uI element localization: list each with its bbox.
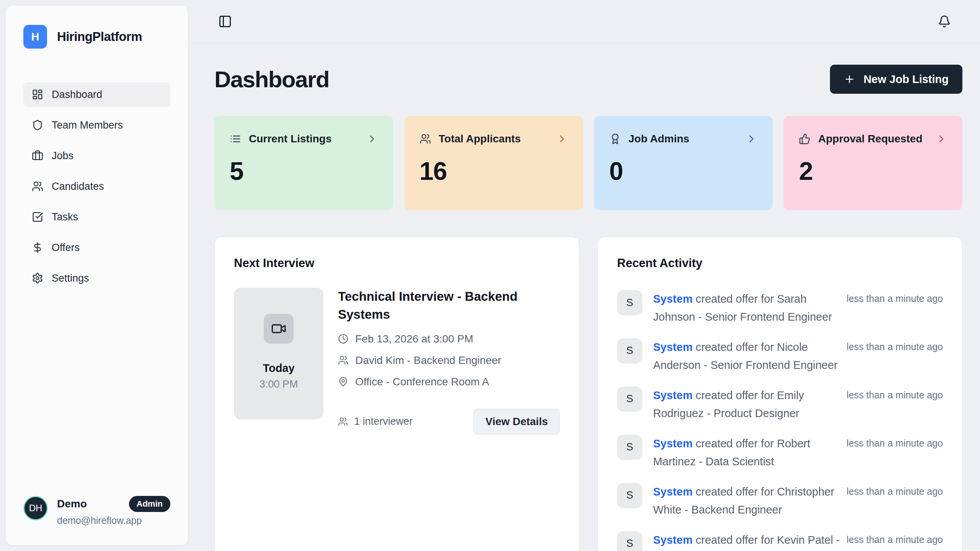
award-icon (609, 133, 621, 145)
stat-card-job-admins[interactable]: Job Admins 0 (594, 116, 773, 210)
sidebar-nav: Dashboard Team Members Jobs Candidates T… (23, 82, 170, 290)
activity-actor-link[interactable]: System (653, 437, 693, 450)
activity-timestamp: less than a minute ago (846, 531, 943, 545)
brand-logo: H (23, 25, 47, 49)
activity-item: S System created offer for Kevin Patel -… (617, 531, 943, 551)
sidebar-toggle-button[interactable] (216, 12, 234, 31)
new-job-listing-button[interactable]: New Job Listing (830, 65, 962, 94)
check-square-icon (32, 211, 43, 223)
map-pin-icon (338, 377, 348, 387)
sidebar-item-label: Team Members (52, 119, 123, 131)
video-icon (264, 314, 294, 344)
sidebar-item-settings[interactable]: Settings (23, 266, 170, 290)
sidebar-item-candidates[interactable]: Candidates (23, 174, 170, 199)
activity-timestamp: less than a minute ago (846, 435, 943, 449)
chevron-right-icon (936, 133, 947, 145)
sidebar-item-label: Offers (52, 242, 80, 254)
stat-card-total-applicants[interactable]: Total Applicants 16 (404, 116, 583, 210)
activity-timestamp: less than a minute ago (846, 386, 943, 401)
thumbs-up-icon (799, 133, 810, 145)
avatar: DH (23, 496, 48, 520)
stats-row: Current Listings 5 Total Applicants 16 (214, 116, 962, 210)
recent-activity-heading: Recent Activity (617, 256, 943, 270)
next-interview-card: Next Interview Today 3:00 PM Technical I… (214, 237, 579, 551)
brand-name: HiringPlatform (57, 29, 142, 44)
activity-timestamp: less than a minute ago (846, 338, 943, 352)
users-icon (420, 133, 431, 145)
stat-label: Current Listings (249, 133, 332, 145)
interview-location: Office - Conference Room A (355, 376, 489, 388)
users-icon (338, 355, 348, 365)
page-head: Dashboard New Job Listing (214, 65, 962, 94)
activity-timestamp: less than a minute ago (846, 483, 943, 497)
interviewer-count-label: 1 interviewer (354, 416, 413, 427)
clock-icon (338, 334, 348, 344)
sidebar-item-offers[interactable]: Offers (23, 235, 170, 260)
users-icon (338, 417, 348, 427)
sidebar-item-dashboard[interactable]: Dashboard (23, 82, 170, 107)
interview-title: Technical Interview - Backend Systems (338, 288, 560, 324)
user-meta: Demo Admin demo@hireflow.app (57, 496, 170, 526)
sidebar-item-jobs[interactable]: Jobs (23, 143, 170, 168)
sidebar-item-label: Dashboard (52, 89, 102, 101)
activity-avatar: S (617, 435, 642, 460)
role-badge: Admin (129, 496, 170, 512)
activity-actor-link[interactable]: System (653, 293, 693, 305)
sidebar: H HiringPlatform Dashboard Team Members … (5, 5, 188, 546)
activity-actor-link[interactable]: System (653, 534, 693, 546)
stat-value: 0 (609, 156, 758, 186)
interview-candidate-row: David Kim - Backend Engineer (338, 354, 560, 367)
gear-icon (32, 272, 43, 284)
interview-candidate: David Kim - Backend Engineer (355, 354, 501, 367)
stat-value: 2 (799, 156, 947, 186)
interview-time-label: 3:00 PM (260, 378, 298, 390)
sidebar-item-team-members[interactable]: Team Members (23, 113, 170, 137)
stat-label: Approval Requested (818, 133, 922, 145)
panel-left-icon (218, 15, 232, 28)
user-email: demo@hireflow.app (57, 515, 170, 526)
panels-row: Next Interview Today 3:00 PM Technical I… (214, 237, 962, 551)
stat-label: Job Admins (629, 133, 689, 145)
stat-value: 16 (420, 156, 568, 186)
plus-icon (844, 73, 855, 85)
activity-avatar: S (617, 483, 642, 508)
next-interview-heading: Next Interview (234, 256, 560, 270)
activity-actor-link[interactable]: System (653, 341, 693, 353)
chevron-right-icon (746, 133, 757, 145)
stat-value: 5 (230, 156, 378, 186)
user-name: Demo (57, 498, 87, 510)
user-profile[interactable]: DH Demo Admin demo@hireflow.app (23, 496, 170, 526)
activity-actor-link[interactable]: System (653, 389, 693, 401)
activity-item: S System created offer for Emily Rodrigu… (617, 386, 943, 422)
brand: H HiringPlatform (23, 25, 170, 49)
activity-item: S System created offer for Christopher W… (617, 483, 943, 519)
activity-avatar: S (617, 386, 642, 412)
interviewer-count: 1 interviewer (338, 416, 413, 427)
activity-timestamp: less than a minute ago (846, 290, 943, 304)
stat-card-current-listings[interactable]: Current Listings 5 (214, 116, 393, 210)
sidebar-item-label: Tasks (52, 211, 78, 223)
sidebar-item-tasks[interactable]: Tasks (23, 205, 170, 229)
activity-actor-link[interactable]: System (653, 486, 693, 498)
activity-avatar: S (617, 290, 642, 315)
list-icon (230, 133, 241, 145)
activity-list: S System created offer for Sarah Johnson… (617, 290, 943, 551)
main-content: Dashboard New Job Listing Current Listin… (188, 43, 980, 551)
topbar (188, 0, 980, 43)
new-job-listing-label: New Job Listing (864, 73, 949, 86)
interview-datetime-row: Feb 13, 2026 at 3:00 PM (338, 333, 560, 345)
notifications-button[interactable] (936, 13, 953, 30)
layout-dashboard-icon (32, 89, 43, 100)
stat-card-approval-requested[interactable]: Approval Requested 2 (784, 116, 962, 210)
activity-item: S System created offer for Nicole Anders… (617, 338, 943, 374)
dollar-icon (32, 242, 43, 253)
interview-location-row: Office - Conference Room A (338, 376, 560, 388)
sidebar-item-label: Jobs (52, 150, 74, 162)
view-details-button[interactable]: View Details (474, 409, 560, 435)
recent-activity-card: Recent Activity S System created offer f… (598, 237, 962, 551)
page-title: Dashboard (214, 66, 329, 93)
users-icon (32, 181, 43, 192)
stat-label: Total Applicants (439, 133, 521, 145)
sidebar-item-label: Settings (52, 272, 89, 284)
activity-item: S System created offer for Sarah Johnson… (617, 290, 943, 326)
